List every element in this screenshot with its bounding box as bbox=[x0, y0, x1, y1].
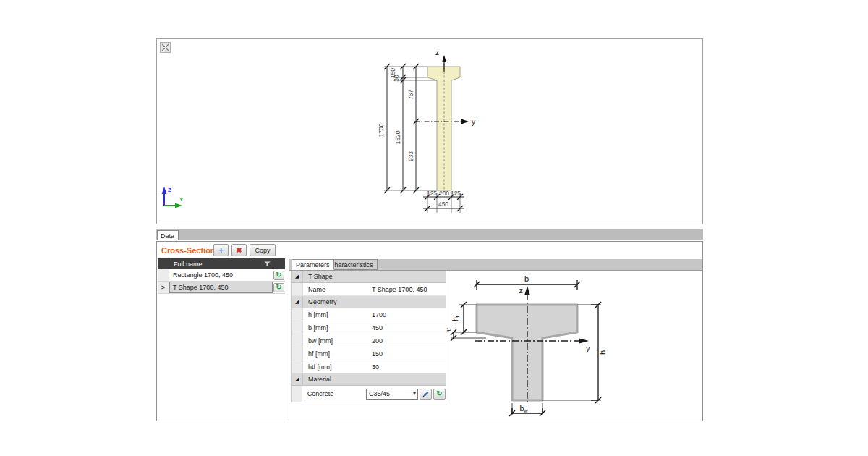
cross-section-drawing: z y bbox=[157, 39, 702, 224]
group-expander-icon[interactable]: ◢ bbox=[292, 296, 303, 308]
panel-title: Cross-Sections bbox=[161, 246, 220, 255]
y-axis-label: y bbox=[472, 118, 475, 126]
section-name-cell: Rectangle 1700, 450 bbox=[169, 269, 273, 281]
refresh-material-button[interactable]: ↻ bbox=[433, 389, 446, 400]
row-gutter bbox=[292, 360, 303, 373]
row-gutter bbox=[292, 386, 302, 402]
dim-left-overhang: 125 bbox=[427, 190, 437, 197]
tab-characteristics[interactable]: Characteristics bbox=[326, 259, 378, 270]
group-label: Material bbox=[303, 376, 331, 383]
refresh-icon: ↻ bbox=[436, 390, 442, 397]
delete-section-button[interactable]: ✖ bbox=[231, 244, 247, 256]
full-name-column-header[interactable]: Full name bbox=[174, 261, 203, 268]
cross-sections-panel: Cross-Sections + ✖ Copy Full name Rectan… bbox=[156, 241, 703, 421]
property-label: Name bbox=[303, 286, 372, 293]
row-gutter bbox=[292, 321, 303, 334]
parameters-grid: ◢ T Shape Name T Shape 1700, 450 ◢ Geome… bbox=[291, 271, 446, 402]
triad-z-label: Z bbox=[168, 187, 171, 193]
grid-row-h: h [mm] 1700 bbox=[292, 308, 446, 321]
dim-web-height: 1520 bbox=[394, 130, 401, 144]
pane-splitter[interactable] bbox=[289, 258, 289, 421]
detail-tab-strip: Parameters Characteristics bbox=[289, 259, 702, 271]
property-value[interactable]: 30 bbox=[372, 363, 446, 371]
dim-total-height: 1700 bbox=[378, 123, 385, 137]
grid-row-name: Name T Shape 1700, 450 bbox=[292, 283, 446, 296]
dim-right-overhang: 125 bbox=[451, 190, 461, 197]
z-axis-label: z bbox=[435, 48, 439, 56]
diagram-b-label: b bbox=[524, 274, 529, 283]
row-gutter bbox=[292, 283, 303, 295]
dim-taper-height: 30 bbox=[393, 75, 400, 82]
diagram-htf-label: htf bbox=[446, 328, 451, 335]
row-gutter bbox=[292, 334, 303, 347]
property-label: htf [mm] bbox=[303, 363, 372, 371]
edit-material-button[interactable] bbox=[420, 389, 432, 400]
dim-top-to-centroid: 767 bbox=[407, 90, 414, 100]
diagram-z-label: z bbox=[519, 286, 524, 295]
regenerate-section-button[interactable]: ↻ bbox=[273, 271, 284, 280]
diagram-z-arrowhead bbox=[524, 286, 530, 295]
property-value[interactable]: 450 bbox=[372, 324, 446, 332]
section-name-cell: T Shape 1700, 450 bbox=[169, 282, 273, 293]
diagram-y-arrowhead bbox=[579, 339, 589, 344]
application-window: z y bbox=[0, 0, 868, 456]
property-label: bw [mm] bbox=[303, 337, 372, 345]
dim-centroid-to-bottom: 933 bbox=[407, 151, 414, 161]
grid-row-b: b [mm] 450 bbox=[292, 321, 446, 334]
axis-triad: Z Y bbox=[162, 187, 184, 208]
pencil-icon bbox=[422, 390, 430, 398]
row-selector-cell[interactable] bbox=[158, 269, 169, 281]
triad-y-label: Y bbox=[179, 196, 184, 203]
refresh-icon: ↻ bbox=[276, 284, 281, 291]
property-value[interactable]: T Shape 1700, 450 bbox=[372, 286, 446, 293]
group-row-shape[interactable]: ◢ T Shape bbox=[292, 271, 446, 283]
property-label: hf [mm] bbox=[303, 350, 372, 358]
row-gutter bbox=[292, 308, 303, 321]
property-value[interactable]: 150 bbox=[372, 350, 446, 358]
y-axis-arrowhead bbox=[461, 119, 469, 124]
tab-data[interactable]: Data bbox=[157, 230, 179, 240]
refresh-icon: ↻ bbox=[276, 271, 281, 279]
property-label: h [mm] bbox=[303, 311, 372, 318]
add-section-button[interactable]: + bbox=[213, 244, 229, 256]
concrete-grade-dropdown[interactable]: C35/45 ▾ bbox=[366, 389, 418, 400]
diagram-hf-label: hf bbox=[451, 316, 460, 321]
dim-web-width: 200 bbox=[439, 190, 449, 197]
row-gutter bbox=[292, 347, 303, 360]
table-row[interactable]: Rectangle 1700, 450 ↻ bbox=[158, 269, 285, 282]
diagram-h-label: h bbox=[598, 350, 607, 355]
t-shape-diagram: z y bbox=[446, 271, 702, 420]
copy-section-button[interactable]: Copy bbox=[250, 244, 276, 256]
diagram-bw-label: bw bbox=[519, 404, 528, 413]
filter-funnel-icon[interactable] bbox=[264, 261, 271, 267]
shape-diagram-pane: z y bbox=[446, 271, 702, 420]
table-row-selected[interactable]: > T Shape 1700, 450 ↻ bbox=[158, 282, 285, 294]
row-selector-header bbox=[158, 258, 169, 269]
property-value[interactable]: 200 bbox=[372, 337, 446, 345]
sections-table: Full name Rectangle 1700, 450 ↻ > bbox=[158, 258, 285, 294]
section-canvas[interactable]: z y bbox=[156, 38, 703, 224]
group-expander-icon[interactable]: ◢ bbox=[292, 271, 303, 282]
group-expander-icon[interactable]: ◢ bbox=[292, 373, 303, 385]
group-row-material[interactable]: ◢ Material bbox=[292, 373, 446, 386]
z-axis-arrowhead bbox=[442, 55, 446, 62]
diagram-y-label: y bbox=[586, 344, 590, 352]
group-label: T Shape bbox=[303, 273, 333, 280]
property-label: Concrete bbox=[302, 390, 366, 397]
regenerate-section-button[interactable]: ↻ bbox=[273, 283, 284, 292]
tab-parameters[interactable]: Parameters bbox=[292, 259, 334, 270]
group-row-geometry[interactable]: ◢ Geometry bbox=[292, 296, 446, 308]
chevron-down-icon: ▾ bbox=[413, 390, 416, 397]
row-selector-cell[interactable]: > bbox=[158, 282, 169, 293]
grid-row-htf: htf [mm] 30 bbox=[292, 360, 446, 373]
property-label: b [mm] bbox=[303, 324, 372, 332]
grid-row-concrete: Concrete C35/45 ▾ ↻ bbox=[292, 386, 446, 402]
bottom-tab-strip: Data bbox=[156, 229, 703, 240]
grid-row-hf: hf [mm] 150 bbox=[292, 347, 446, 360]
grid-row-bw: bw [mm] 200 bbox=[292, 334, 446, 347]
group-label: Geometry bbox=[303, 298, 337, 305]
table-header-row: Full name bbox=[158, 258, 285, 269]
dim-total-width: 450 bbox=[438, 200, 448, 208]
preview-column-header bbox=[273, 258, 285, 269]
property-value[interactable]: 1700 bbox=[372, 311, 446, 318]
